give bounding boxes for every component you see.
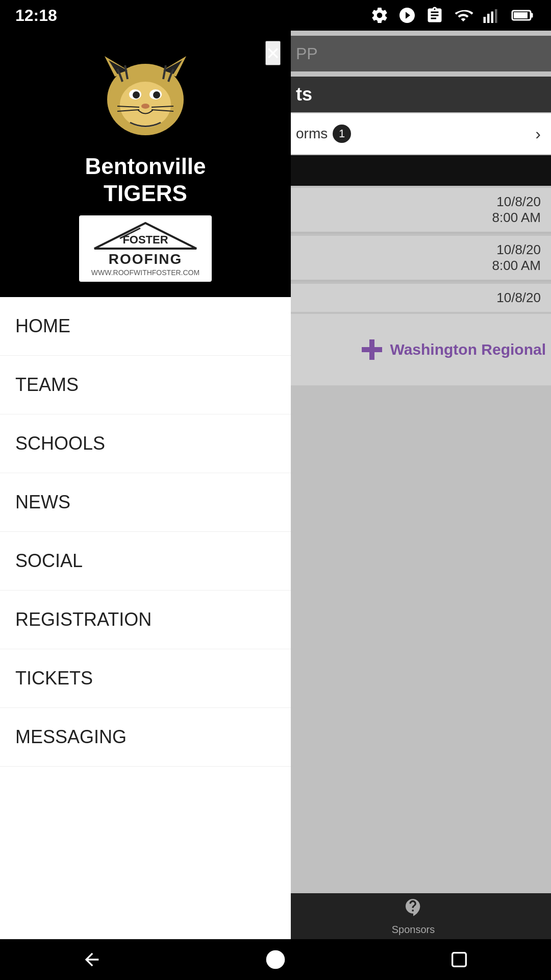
foster-text: ROOFING WWW.ROOFWITHFOSTER.COM [91, 251, 199, 277]
pp-label: PP [296, 44, 318, 63]
forms-label: orms [296, 126, 328, 142]
navigation-drawer: × [0, 31, 291, 939]
menu-item-registration[interactable]: REGISTRATION [0, 591, 291, 649]
status-time: 12:18 [15, 6, 57, 25]
foster-roof-icon: FOSTER [89, 220, 202, 251]
forms-text: orms 1 [296, 125, 351, 143]
menu-label-tickets: TICKETS [15, 668, 93, 689]
wifi-icon [453, 6, 473, 24]
sponsor-name-line1: Washington [390, 341, 477, 358]
svg-rect-1 [487, 14, 490, 23]
svg-rect-2 [491, 12, 494, 23]
right-events-bar: ts [286, 77, 551, 112]
event-time-2: 8:00 AM [296, 258, 541, 274]
menu-label-news: NEWS [15, 492, 70, 513]
team-name-line1: Bentonville [85, 154, 206, 179]
foster-website-label: WWW.ROOFWITHFOSTER.COM [91, 268, 199, 277]
menu-label-schools: SCHOOLS [15, 433, 105, 454]
svg-rect-8 [362, 347, 382, 352]
svg-rect-5 [514, 12, 528, 18]
svg-rect-0 [484, 17, 486, 23]
menu-label-social: SOCIAL [15, 550, 83, 572]
event-date-2: 10/8/20 [296, 242, 541, 258]
media-icon [398, 6, 416, 24]
svg-point-17 [133, 91, 140, 99]
clipboard-icon [425, 6, 444, 24]
menu-item-teams[interactable]: TEAMS [0, 356, 291, 414]
svg-point-28 [266, 950, 285, 969]
team-logo [94, 46, 196, 148]
sponsor-name-line2: Regional [481, 341, 546, 358]
event-row-1: 10/8/20 8:00 AM [286, 188, 551, 232]
right-forms-bar[interactable]: orms 1 › [286, 113, 551, 154]
team-name-line2: TIGERS [104, 181, 187, 206]
event-row-3: 10/8/20 [286, 284, 551, 312]
svg-point-18 [153, 91, 160, 99]
sponsor-area: Washington Regional [286, 314, 551, 385]
menu-label-teams: TEAMS [15, 374, 79, 396]
sponsor-logo: Washington Regional [359, 337, 546, 362]
drawer-header: × [0, 31, 291, 297]
menu-label-registration: REGISTRATION [15, 609, 152, 630]
menu-item-social[interactable]: SOCIAL [0, 532, 291, 591]
team-name: Bentonville TIGERS [85, 153, 206, 207]
event-row-2: 10/8/20 8:00 AM [286, 236, 551, 280]
svg-rect-6 [531, 13, 533, 18]
right-top-bar: PP [286, 36, 551, 71]
back-button[interactable] [71, 939, 112, 980]
sponsor-name: Washington Regional [390, 340, 546, 359]
foster-roofing-banner: FOSTER ROOFING WWW.ROOFWITHFOSTER.COM [79, 215, 212, 282]
right-black-bar [286, 155, 551, 186]
menu-item-tickets[interactable]: TICKETS [0, 649, 291, 708]
settings-icon [370, 6, 389, 24]
events-label: ts [296, 84, 312, 105]
status-bar: 12:18 [0, 0, 551, 31]
event-time-1: 8:00 AM [296, 210, 541, 226]
tab-sponsors[interactable]: Sponsors [276, 897, 551, 936]
drawer-menu: HOME TEAMS SCHOOLS NEWS SOCIAL REGISTRAT… [0, 297, 291, 939]
event-date-3: 10/8/20 [296, 290, 541, 306]
right-panel: PP ts orms 1 › 10/8/20 8:00 AM 10/8/20 8… [286, 31, 551, 939]
menu-item-schools[interactable]: SCHOOLS [0, 414, 291, 473]
recents-button[interactable] [439, 939, 480, 980]
sponsors-label: Sponsors [392, 924, 435, 936]
sponsors-icon [403, 897, 423, 922]
menu-item-news[interactable]: NEWS [0, 473, 291, 532]
menu-item-home[interactable]: HOME [0, 297, 291, 356]
signal-icon [483, 6, 501, 24]
sponsor-cross-icon [359, 337, 385, 362]
svg-point-19 [141, 104, 149, 109]
svg-rect-29 [453, 953, 466, 967]
menu-label-home: HOME [15, 315, 70, 337]
event-date-1: 10/8/20 [296, 194, 541, 210]
close-button[interactable]: × [265, 41, 281, 65]
forms-arrow-icon: › [535, 125, 541, 143]
android-nav-bar [0, 939, 551, 980]
tiger-logo-svg [94, 46, 196, 148]
home-button[interactable] [255, 939, 296, 980]
status-icons [370, 6, 536, 24]
foster-roofing-label: ROOFING [109, 251, 183, 267]
svg-rect-3 [495, 9, 497, 23]
menu-item-messaging[interactable]: MESSAGING [0, 708, 291, 767]
menu-label-messaging: MESSAGING [15, 726, 127, 748]
svg-text:FOSTER: FOSTER [122, 233, 168, 246]
battery-icon [510, 6, 536, 24]
forms-badge: 1 [333, 125, 351, 143]
